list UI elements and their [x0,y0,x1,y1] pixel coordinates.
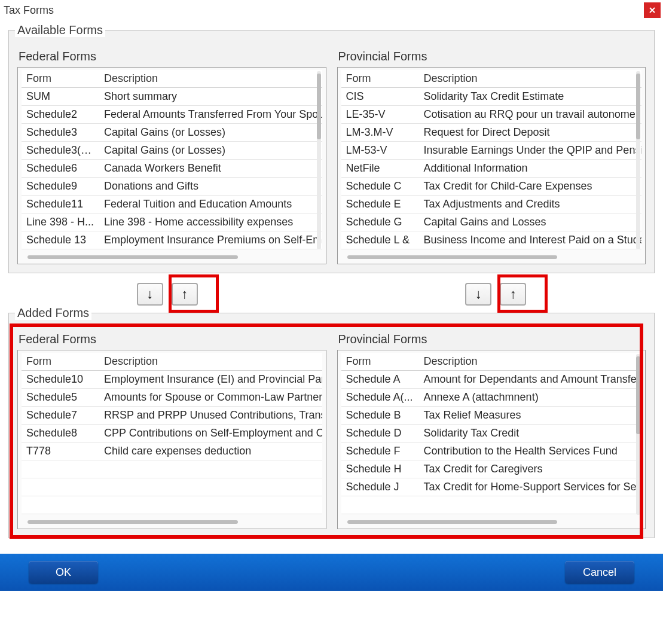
table-row[interactable]: LM-53-VInsurable Earnings Under the QPIP… [341,142,642,160]
col-description[interactable]: Description [419,70,642,88]
close-button[interactable] [644,2,661,18]
table-row[interactable]: Line 398 - H...Line 398 - Home accessibi… [22,213,322,231]
table-row[interactable]: Schedule L &Business Income and Interest… [341,231,642,249]
cell-description[interactable]: Solidarity Tax Credit [419,425,642,442]
table-row[interactable]: Schedule CTax Credit for Child-Care Expe… [341,178,642,196]
added-provincial-table[interactable]: Form Description Schedule AAmount for De… [341,353,642,514]
cell-form[interactable]: Schedule9 [22,178,99,196]
table-row[interactable]: Schedule8CPP Contributions on Self-Emplo… [22,425,322,442]
col-form[interactable]: Form [22,70,99,88]
table-row[interactable]: Schedule9Donations and Gifts [22,178,322,196]
cell-description[interactable]: Tax Credit for Home-Support Services for… [419,478,642,496]
cell-form[interactable]: CIS [341,88,419,106]
cell-form[interactable]: Schedule D [341,425,419,442]
cell-description[interactable]: Donations and Gifts [99,178,322,196]
cell-description[interactable]: Solidarity Tax Credit Estimate [419,88,642,106]
scrollbar-horizontal[interactable] [347,255,558,259]
table-row[interactable]: Schedule AAmount for Dependants and Amou… [341,371,642,389]
cell-description[interactable]: Line 398 - Home accessibility expenses [99,213,322,231]
cell-description[interactable]: Child care expenses deduction [99,442,322,460]
available-provincial-table[interactable]: Form Description CISSolidarity Tax Credi… [341,70,642,249]
table-row[interactable]: NetFileAdditional Information [341,160,642,178]
col-form[interactable]: Form [341,353,419,371]
table-row[interactable]: T778Child care expenses deduction [22,442,322,460]
cell-description[interactable]: Tax Credit for Child-Care Expenses [419,178,642,196]
cell-form[interactable]: Schedule B [341,407,419,425]
cell-description[interactable]: CPP Contributions on Self-Employment and… [99,425,322,442]
table-row[interactable]: Schedule GCapital Gains and Losses [341,213,642,231]
cell-form[interactable]: Schedule6 [22,160,99,178]
scrollbar-horizontal[interactable] [347,520,558,524]
cell-form[interactable]: Schedule E [341,196,419,213]
federal-move-down-button[interactable]: ↓ [137,283,163,306]
cell-form[interactable]: Schedule 13 [22,231,99,249]
cell-form[interactable]: T778 [22,442,99,460]
cell-form[interactable]: LE-35-V [341,106,419,124]
cell-description[interactable]: Insurable Earnings Under the QPIP and Pe… [419,142,642,160]
cell-form[interactable]: Line 398 - H... [22,213,99,231]
cell-form[interactable]: Schedule2 [22,106,99,124]
available-provincial-grid[interactable]: Form Description CISSolidarity Tax Credi… [337,67,646,264]
cell-description[interactable]: Tax Credit for Caregivers [419,460,642,478]
table-row[interactable]: SUMShort summary [22,88,322,106]
table-row[interactable]: Schedule3(at...Capital Gains (or Losses) [22,142,322,160]
cell-description[interactable]: Request for Direct Deposit [419,124,642,142]
table-row[interactable]: Schedule6Canada Workers Benefit [22,160,322,178]
table-row[interactable]: Schedule 13Employment Insurance Premiums… [22,231,322,249]
available-federal-table[interactable]: Form Description SUMShort summarySchedul… [22,70,322,249]
col-description[interactable]: Description [99,70,322,88]
cell-description[interactable]: Additional Information [419,160,642,178]
cell-description[interactable]: Business Income and Interest Paid on a S… [419,231,642,249]
cell-description[interactable]: RRSP and PRPP Unused Contributions, Tran… [99,407,322,425]
table-row[interactable]: Schedule2Federal Amounts Transferred Fro… [22,106,322,124]
cell-description[interactable]: Short summary [99,88,322,106]
cell-form[interactable]: Schedule11 [22,196,99,213]
cell-form[interactable]: Schedule A [341,371,419,389]
provincial-move-up-button[interactable]: ↑ [500,283,526,306]
col-description[interactable]: Description [99,353,322,371]
cell-description[interactable]: Amount for Dependants and Amount Transfe… [419,371,642,389]
cell-description[interactable]: Annexe A (attachmnent) [419,389,642,407]
col-form[interactable]: Form [22,353,99,371]
cell-form[interactable]: NetFile [341,160,419,178]
ok-button[interactable]: OK [29,561,98,584]
cell-form[interactable]: Schedule3 [22,124,99,142]
cell-description[interactable]: Cotisation au RRQ pour un travail autono… [419,106,642,124]
cancel-button[interactable]: Cancel [565,561,634,584]
cell-form[interactable]: SUM [22,88,99,106]
col-description[interactable]: Description [419,353,642,371]
cell-description[interactable]: Employment Insurance Premiums on Self-Em… [99,231,322,249]
cell-description[interactable]: Capital Gains (or Losses) [99,142,322,160]
scrollbar-vertical[interactable] [317,71,321,249]
cell-form[interactable]: Schedule3(at... [22,142,99,160]
cell-description[interactable]: Capital Gains and Losses [419,213,642,231]
table-row[interactable]: Schedule7RRSP and PRPP Unused Contributi… [22,407,322,425]
table-row[interactable]: CISSolidarity Tax Credit Estimate [341,88,642,106]
federal-move-up-button[interactable]: ↑ [172,283,198,306]
added-federal-grid[interactable]: Form Description Schedule10Employment In… [17,350,326,529]
col-form[interactable]: Form [341,70,419,88]
cell-description[interactable]: Federal Tuition and Education Amounts [99,196,322,213]
cell-form[interactable]: Schedule H [341,460,419,478]
table-row[interactable]: Schedule FContribution to the Health Ser… [341,442,642,460]
table-row[interactable]: Schedule BTax Relief Measures [341,407,642,425]
cell-form[interactable]: Schedule L & [341,231,419,249]
cell-form[interactable]: Schedule F [341,442,419,460]
cell-form[interactable]: Schedule G [341,213,419,231]
cell-form[interactable]: Schedule J [341,478,419,496]
scrollbar-horizontal[interactable] [28,520,238,524]
table-row[interactable]: LE-35-VCotisation au RRQ pour un travail… [341,106,642,124]
added-provincial-grid[interactable]: Form Description Schedule AAmount for De… [337,350,646,529]
scrollbar-horizontal[interactable] [28,255,238,259]
cell-form[interactable]: Schedule A(... [341,389,419,407]
table-row[interactable]: Schedule11Federal Tuition and Education … [22,196,322,213]
table-row[interactable]: Schedule A(...Annexe A (attachmnent) [341,389,642,407]
cell-form[interactable]: Schedule C [341,178,419,196]
scrollbar-vertical[interactable] [636,354,640,515]
cell-description[interactable]: Tax Adjustments and Credits [419,196,642,213]
table-row[interactable]: Schedule DSolidarity Tax Credit [341,425,642,442]
cell-description[interactable]: Capital Gains (or Losses) [99,124,322,142]
scrollbar-vertical[interactable] [636,71,640,249]
table-row[interactable]: Schedule3Capital Gains (or Losses) [22,124,322,142]
added-federal-table[interactable]: Form Description Schedule10Employment In… [22,353,322,514]
